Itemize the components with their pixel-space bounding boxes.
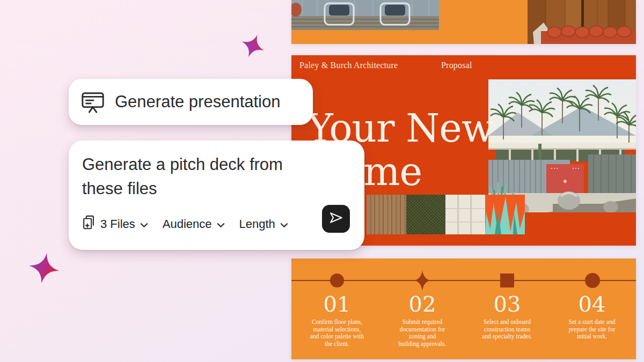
prompt-input-text[interactable]: Generate a pitch deck from these files — [82, 152, 283, 201]
agave-swatch — [485, 195, 525, 234]
send-arrow-icon — [328, 210, 344, 228]
wood-couch-photo — [528, 0, 636, 44]
green-fabric-swatch — [406, 195, 446, 234]
wood-swatch — [367, 195, 406, 234]
chairs-photo — [291, 0, 439, 30]
chevron-down-icon — [217, 217, 225, 231]
house-photo — [488, 79, 636, 212]
audience-dropdown[interactable]: Audience — [163, 217, 225, 231]
presentation-board-icon — [80, 90, 105, 114]
timeline-circle-marker — [585, 273, 600, 288]
material-swatches — [367, 195, 524, 234]
timeline-circle-marker — [330, 274, 344, 287]
step-number: 04 — [552, 292, 632, 316]
step-text: Confirm floor plans, material selections… — [297, 319, 377, 348]
timeline-star-marker — [413, 270, 431, 293]
files-dropdown[interactable]: 3 Files — [82, 215, 148, 233]
send-button[interactable] — [322, 205, 350, 233]
step-text: Submit required documentation for zoning… — [382, 319, 463, 348]
sparkle-icon — [236, 29, 269, 64]
chevron-down-icon — [280, 217, 288, 231]
prompt-controls: 3 Files Audience Length — [82, 216, 288, 233]
step-number: 02 — [382, 292, 463, 316]
step-text: Select and onboard construction teams an… — [467, 319, 547, 341]
chevron-down-icon — [140, 217, 148, 231]
files-label: 3 Files — [100, 217, 135, 231]
generate-presentation-label: Generate presentation — [115, 92, 281, 112]
white-panel-swatch — [445, 195, 485, 234]
step-number: 01 — [297, 292, 377, 316]
copy-add-icon — [82, 215, 96, 233]
slide-timeline: 01 02 03 04 Confirm floor plans, materia… — [291, 258, 636, 359]
slide-header-company: Paley & Burch Architecture — [299, 61, 398, 70]
step-text: Set a start date and prepare the site fo… — [552, 319, 632, 341]
timeline-square-marker — [500, 274, 514, 287]
prompt-card[interactable]: Generate a pitch deck from these files 3… — [69, 141, 364, 250]
slide-header-proposal: Proposal — [441, 61, 472, 70]
generate-presentation-chip[interactable]: Generate presentation — [69, 79, 313, 125]
sparkle-icon — [25, 249, 63, 289]
slide-interior-photos — [291, 0, 636, 44]
step-number: 03 — [467, 292, 547, 316]
canvas: Paley & Burch Architecture Proposal — [0, 0, 644, 362]
length-dropdown[interactable]: Length — [239, 217, 288, 231]
audience-label: Audience — [163, 217, 212, 231]
length-label: Length — [239, 217, 275, 231]
